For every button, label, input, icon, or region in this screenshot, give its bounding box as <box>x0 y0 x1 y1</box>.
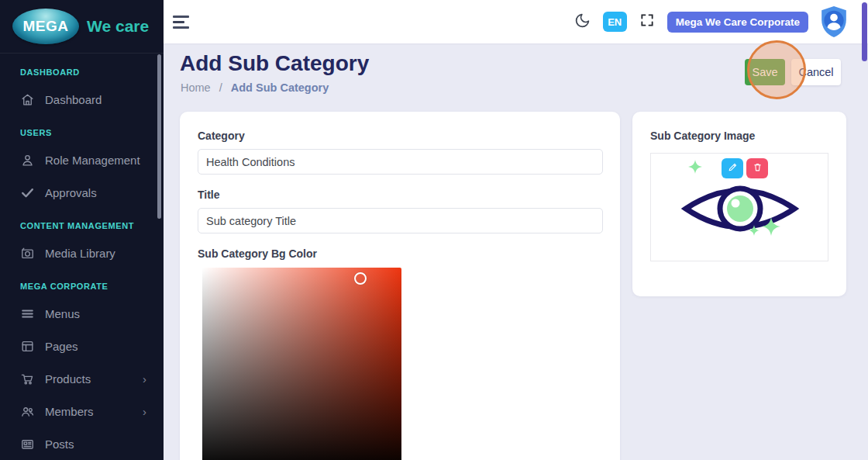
sidebar-item-label: Posts <box>45 438 74 451</box>
user-icon <box>19 152 35 168</box>
sparkle-icon <box>749 225 760 239</box>
page-title: Add Sub Category <box>180 51 369 76</box>
nav-section-dashboard: DASHBOARD <box>0 67 164 80</box>
sidebar: MEGA We care DASHBOARD Dashboard USERS R… <box>0 0 164 460</box>
breadcrumb-home-link[interactable]: Home <box>181 81 211 94</box>
sidebar-item-media-library[interactable]: Media Library <box>0 237 164 269</box>
sub-category-image-card: Sub Category Image <box>632 112 846 296</box>
news-icon <box>19 436 35 451</box>
category-input[interactable] <box>198 149 603 175</box>
sidebar-item-menus[interactable]: Menus <box>0 297 164 330</box>
sidebar-item-role-management[interactable]: Role Management <box>0 144 164 176</box>
nav-section-content-management: CONTENT MANAGEMENT <box>0 221 164 233</box>
pencil-icon <box>728 162 738 175</box>
breadcrumb: Home / Add Sub Category <box>181 81 329 94</box>
sidebar-item-members[interactable]: Members › <box>0 395 164 427</box>
color-picker-saturation-panel[interactable] <box>202 268 401 460</box>
fullscreen-icon <box>639 12 655 31</box>
language-selector[interactable]: EN <box>603 12 627 32</box>
sidebar-item-label: Members <box>45 405 94 418</box>
sidebar-item-label: Media Library <box>45 247 115 260</box>
image-preview-box <box>650 153 828 261</box>
logo-tagline: We care <box>87 17 149 36</box>
sub-category-form-card: Category Title Sub Category Bg Color <box>180 112 620 460</box>
sidebar-item-label: Pages <box>45 340 78 353</box>
sidebar-toggle-button[interactable] <box>173 10 198 33</box>
category-label: Category <box>198 130 602 142</box>
page-scrollbar[interactable] <box>862 2 867 61</box>
trash-icon <box>753 162 763 175</box>
sparkle-icon <box>688 160 702 177</box>
image-label: Sub Category Image <box>650 130 828 142</box>
sidebar-item-label: Menus <box>45 307 80 320</box>
delete-image-button[interactable] <box>746 158 768 178</box>
logo-brand-text: MEGA <box>23 18 69 35</box>
chevron-right-icon: › <box>143 372 146 386</box>
title-label: Title <box>198 188 602 201</box>
sidebar-item-dashboard[interactable]: Dashboard <box>0 83 164 116</box>
nav-section-users: USERS <box>0 128 164 140</box>
cart-icon <box>19 371 35 386</box>
camera-icon <box>19 245 35 261</box>
breadcrumb-separator: / <box>219 81 222 94</box>
title-input[interactable] <box>198 208 603 233</box>
home-icon <box>19 92 35 107</box>
sidebar-item-label: Role Management <box>45 154 140 167</box>
main-content: Add Sub Category Home / Add Sub Category… <box>164 43 868 460</box>
brand-logo[interactable]: MEGA We care <box>0 0 164 54</box>
moon-icon <box>574 12 591 32</box>
eye-illustration <box>666 174 814 247</box>
bg-color-label: Sub Category Bg Color <box>198 247 602 260</box>
mega-logo-icon: MEGA <box>12 9 79 44</box>
sparkle-icon <box>762 217 780 239</box>
page-actions: Save Cancel <box>745 59 841 85</box>
color-picker-cursor[interactable] <box>354 272 367 285</box>
sidebar-item-label: Approvals <box>45 186 97 199</box>
sidebar-item-posts[interactable]: Posts <box>0 427 164 460</box>
sidebar-item-label: Products <box>45 372 91 386</box>
breadcrumb-current: Add Sub Category <box>231 81 329 94</box>
sidebar-item-approvals[interactable]: Approvals <box>0 176 164 209</box>
user-avatar[interactable] <box>818 5 849 39</box>
sidebar-item-pages[interactable]: Pages <box>0 330 164 362</box>
cancel-button[interactable]: Cancel <box>791 59 841 85</box>
people-icon <box>19 403 35 419</box>
menu-icon <box>19 306 35 321</box>
dark-mode-toggle[interactable] <box>573 12 593 32</box>
topbar: EN Mega We Care Corporate <box>164 0 868 43</box>
chevron-right-icon: › <box>143 405 146 418</box>
check-icon <box>19 185 35 200</box>
tenant-selector[interactable]: Mega We Care Corporate <box>667 12 808 33</box>
edit-image-button[interactable] <box>722 158 743 178</box>
sidebar-item-label: Dashboard <box>45 93 102 106</box>
layout-icon <box>19 338 35 354</box>
fullscreen-button[interactable] <box>637 12 657 32</box>
shield-user-icon <box>818 5 849 39</box>
sidebar-scrollbar[interactable] <box>157 54 161 219</box>
hamburger-icon <box>173 16 189 18</box>
save-button[interactable]: Save <box>745 59 785 85</box>
sidebar-item-products[interactable]: Products › <box>0 362 164 395</box>
nav-section-mega-corporate: MEGA CORPORATE <box>0 282 164 294</box>
sidebar-nav: DASHBOARD Dashboard USERS Role Managemen… <box>0 54 164 460</box>
